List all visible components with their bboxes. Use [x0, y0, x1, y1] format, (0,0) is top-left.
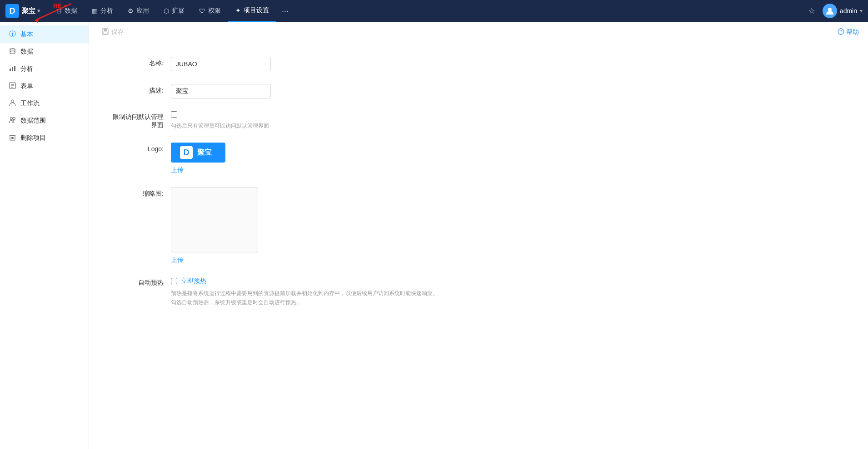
- warmup-desc: 预热是指将系统运行过程中需要用到的资源提前加载并初始化到内存中，以便后续用户访问…: [171, 289, 480, 307]
- logo-dropdown-icon: ▾: [37, 8, 40, 14]
- sidebar-delete-icon: [9, 134, 16, 142]
- warmup-desc-line2: 勾选自动预热后，系统升级或重启时会自动进行预热。: [171, 298, 480, 307]
- desc-control: [171, 84, 480, 99]
- svg-point-13: [10, 118, 13, 120]
- sidebar-form-icon: [9, 82, 16, 90]
- thumbnail-row: 缩略图: 上传: [107, 187, 480, 264]
- warmup-row: 自动预热 立即预热 预热是指将系统运行过程中需要用到的资源提前加载并初始化到内存…: [107, 277, 480, 307]
- save-button[interactable]: 保存: [98, 26, 128, 38]
- sidebar: ⓘ 基本 数据 分析: [0, 22, 89, 449]
- svg-point-12: [11, 100, 14, 103]
- desc-row: 描述:: [107, 84, 480, 99]
- avatar: [823, 4, 837, 18]
- restrict-row: 限制访问默认管理界面 勾选后只有管理员可以访问默认管理界面: [107, 111, 480, 130]
- main-content: 保存 ? 帮助 名称:: [89, 22, 868, 449]
- nav-item-analysis[interactable]: ▦ 分析: [85, 0, 120, 22]
- nav-item-permission[interactable]: 🛡 权限: [192, 0, 228, 22]
- analysis-icon: ▦: [92, 7, 98, 15]
- sidebar-item-form[interactable]: 表单: [0, 78, 89, 95]
- toolbar: 保存 ? 帮助: [89, 22, 868, 43]
- sidebar-item-datarange[interactable]: 数据范围: [0, 112, 89, 129]
- name-control: [171, 57, 480, 71]
- thumbnail-control: 上传: [171, 187, 480, 264]
- sidebar-item-basic-label: 基本: [20, 30, 33, 39]
- nav-item-application[interactable]: ⚙ 应用: [120, 0, 156, 22]
- restrict-control: 勾选后只有管理员可以访问默认管理界面: [171, 111, 480, 130]
- help-icon: ?: [838, 28, 844, 36]
- logo-preview-letter: D: [180, 146, 193, 159]
- nav-item-data-label: 数据: [65, 7, 77, 15]
- data-icon: ⊡: [56, 7, 62, 15]
- warmup-link[interactable]: 立即预热: [181, 277, 206, 285]
- thumbnail-upload-link[interactable]: 上传: [171, 256, 184, 264]
- warmup-checkbox[interactable]: [171, 278, 177, 284]
- nav-item-expand[interactable]: ⬡ 扩展: [156, 0, 192, 22]
- user-menu-chevron-icon: ▾: [860, 8, 863, 14]
- username-label: admin: [840, 7, 857, 15]
- sidebar-item-workflow[interactable]: 工作流: [0, 95, 89, 112]
- nav-item-settings[interactable]: ✦ 项目设置: [228, 0, 276, 22]
- save-button-label: 保存: [111, 28, 124, 36]
- sidebar-item-analysis-label: 分析: [20, 65, 33, 73]
- logo-upload-link[interactable]: 上传: [171, 166, 184, 174]
- settings-form: 名称: 描述: 限制访问默认管理界面 勾选后只有管理员可以访问默认管理界面: [89, 43, 498, 326]
- sidebar-item-delete-label: 删除项目: [20, 134, 46, 142]
- application-icon: ⚙: [128, 7, 134, 15]
- help-button[interactable]: ? 帮助: [838, 28, 859, 36]
- nav-items: ⊡ 数据 ▦ 分析 ⚙ 应用 ⬡ 扩展 🛡 权限 ✦ 项目设置 ···: [49, 0, 808, 22]
- warmup-control: 立即预热 预热是指将系统运行过程中需要用到的资源提前加载并初始化到内存中，以便后…: [171, 277, 480, 307]
- svg-point-3: [828, 8, 832, 11]
- sidebar-item-datarange-label: 数据范围: [20, 117, 46, 125]
- svg-point-4: [10, 49, 15, 50]
- nav-item-analysis-label: 分析: [100, 7, 113, 15]
- save-icon: [102, 28, 109, 36]
- nav-right: ☆ admin ▾: [808, 4, 863, 18]
- sidebar-item-data-label: 数据: [20, 48, 33, 56]
- svg-rect-22: [103, 32, 107, 34]
- sidebar-item-workflow-label: 工作流: [20, 99, 40, 108]
- sidebar-item-data[interactable]: 数据: [0, 43, 89, 60]
- logo-label: Logo:: [107, 143, 171, 153]
- nav-item-data[interactable]: ⊡ 数据: [49, 0, 85, 22]
- warmup-checkbox-line: 立即预热: [171, 277, 480, 285]
- sidebar-item-delete[interactable]: 删除项目: [0, 129, 89, 147]
- svg-rect-7: [14, 66, 15, 71]
- logo-row: Logo: D 聚宝 上传: [107, 143, 480, 174]
- warmup-label: 自动预热: [107, 277, 171, 287]
- nav-item-application-label: 应用: [136, 7, 149, 15]
- nav-item-permission-label: 权限: [208, 7, 221, 15]
- svg-text:?: ?: [840, 30, 843, 34]
- sidebar-item-analysis[interactable]: 分析: [0, 60, 89, 78]
- svg-rect-5: [10, 69, 11, 71]
- logo-letter: D: [5, 4, 19, 18]
- favorite-icon[interactable]: ☆: [808, 6, 815, 16]
- nav-item-expand-label: 扩展: [172, 7, 185, 15]
- nav-more-button[interactable]: ···: [276, 6, 294, 16]
- logo-control: D 聚宝 上传: [171, 143, 480, 174]
- name-input[interactable]: [171, 57, 271, 71]
- sidebar-workflow-icon: [9, 99, 16, 108]
- sidebar-analysis-icon: [9, 65, 16, 73]
- name-row: 名称:: [107, 57, 480, 71]
- nav-logo[interactable]: D 聚宝 ▾: [5, 4, 40, 18]
- desc-label: 描述:: [107, 84, 171, 95]
- desc-input[interactable]: [171, 84, 271, 99]
- sidebar-item-form-label: 表单: [20, 82, 33, 90]
- svg-rect-6: [12, 67, 13, 71]
- restrict-hint: 勾选后只有管理员可以访问默认管理界面: [171, 122, 480, 130]
- sidebar-data-icon: [9, 48, 16, 56]
- user-menu[interactable]: admin ▾: [823, 4, 863, 18]
- basic-icon: ⓘ: [9, 30, 16, 39]
- nav-item-settings-label: 项目设置: [244, 6, 269, 15]
- warmup-desc-line1: 预热是指将系统运行过程中需要用到的资源提前加载并初始化到内存中，以便后续用户访问…: [171, 289, 480, 298]
- expand-icon: ⬡: [164, 7, 169, 15]
- sidebar-datarange-icon: [9, 117, 16, 125]
- top-nav: RE ~ D 聚宝 ▾ ⊡ 数据 ▦ 分析 ⚙ 应用 ⬡ 扩展 🛡 权限 ✦ 项…: [0, 0, 868, 22]
- logo-preview[interactable]: D 聚宝: [171, 143, 225, 163]
- svg-rect-21: [104, 29, 107, 31]
- sidebar-item-basic[interactable]: ⓘ 基本: [0, 25, 89, 43]
- logo-name: 聚宝: [22, 7, 35, 15]
- main-layout: ⓘ 基本 数据 分析: [0, 22, 868, 449]
- thumbnail-label: 缩略图:: [107, 187, 171, 198]
- restrict-checkbox[interactable]: [171, 111, 177, 118]
